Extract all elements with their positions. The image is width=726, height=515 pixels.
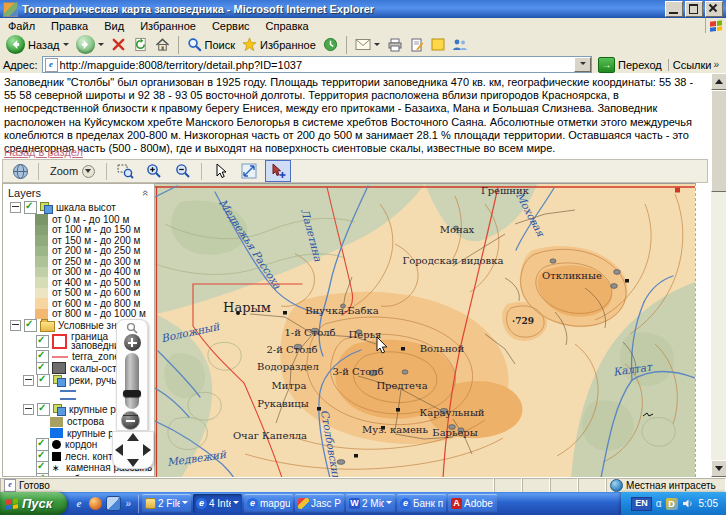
map-label: Муз. камень [362, 424, 429, 435]
back-button[interactable]: Назад [4, 34, 71, 55]
pan-right-icon[interactable] [143, 444, 151, 456]
taskbar-button[interactable]: W2 Microsoft... [346, 494, 395, 513]
pointer-tool-button[interactable] [207, 160, 233, 182]
taskbar-button[interactable]: 2 File and ... [142, 494, 191, 513]
zoom-slider[interactable] [116, 319, 148, 431]
taskbar-button[interactable]: e4 Interne... [193, 494, 242, 513]
chevron-down-icon [82, 165, 95, 178]
search-button[interactable]: Поиск [185, 34, 237, 55]
tray-d-icon[interactable]: D [666, 498, 678, 510]
discuss-button[interactable] [429, 34, 447, 55]
taskbar-button[interactable]: Jasc Paint S... [295, 494, 344, 513]
map-canvas[interactable]: ГрешникМонахГородская видовкаОткликные·7… [155, 183, 695, 477]
refresh-button[interactable] [131, 34, 150, 55]
gray-fill-swatch [52, 362, 66, 374]
taskbar-button[interactable]: AAdobe Read... [448, 494, 497, 513]
pan-down-icon[interactable] [127, 459, 139, 467]
tree-collapse-icon[interactable] [23, 404, 34, 415]
layer-checkbox[interactable] [24, 319, 37, 332]
page-scrollbar[interactable] [711, 73, 726, 477]
favorites-button[interactable]: Избранное [240, 34, 318, 55]
show-desktop-icon[interactable] [106, 496, 121, 511]
menu-item[interactable]: Избранное [132, 20, 204, 32]
tray-app-icon[interactable]: α [656, 498, 662, 509]
scroll-up-button[interactable] [711, 73, 726, 90]
zoom-slider-track[interactable] [125, 353, 139, 409]
taskbar-button[interactable]: emapguide - ... [244, 494, 293, 513]
layer-row: от 400 м - до 500 м [3, 277, 154, 288]
address-dropdown-button[interactable] [574, 57, 591, 72]
language-indicator[interactable]: EN [631, 497, 652, 511]
pan-control[interactable] [112, 431, 154, 469]
zoom-in-button[interactable] [141, 160, 167, 182]
address-label: Адрес: [3, 59, 38, 71]
start-button[interactable]: Пуск [0, 492, 67, 515]
overview-button[interactable] [7, 160, 33, 182]
slider-zoom-out-button[interactable] [121, 411, 140, 430]
address-bar: Адрес: e → Переход Ссылки [0, 56, 726, 74]
divider [106, 163, 107, 180]
slider-zoom-in-button[interactable] [124, 334, 141, 351]
system-tray: EN α D 5:05 [621, 492, 726, 515]
quicklaunch-more-icon[interactable]: » [125, 498, 131, 509]
zoom-menu-button[interactable]: Zoom [44, 160, 101, 182]
tree-collapse-icon[interactable] [23, 375, 34, 386]
menu-item[interactable]: Правка [43, 20, 96, 32]
map-widget: Zoom [2, 159, 708, 477]
messenger-button[interactable] [450, 34, 470, 55]
minimize-button[interactable] [665, 1, 683, 17]
back-to-section-link[interactable]: Назад в раздел [4, 146, 83, 158]
tree-collapse-icon[interactable] [10, 202, 21, 213]
globe-icon [12, 163, 29, 180]
zoom-box-button[interactable] [112, 160, 138, 182]
address-input[interactable] [60, 58, 574, 71]
collapse-panel-icon[interactable]: « [140, 189, 152, 195]
map-toolbar: Zoom [2, 159, 708, 183]
tree-collapse-icon[interactable] [10, 320, 21, 331]
taskbar-button[interactable]: eБанк прост... [397, 494, 446, 513]
map-label: 2-й Столб [266, 344, 317, 355]
map-image[interactable]: ГрешникМонахГородская видовкаОткликные·7… [155, 184, 695, 477]
pointer-icon [213, 163, 227, 179]
menu-item[interactable]: Сервис [204, 20, 258, 32]
screen: Топографическая карта заповедника - Micr… [0, 0, 726, 515]
forward-button[interactable] [74, 34, 106, 55]
mail-button[interactable] [353, 34, 382, 55]
adobe-icon: A [451, 498, 462, 509]
edit-button[interactable] [408, 34, 426, 55]
black-square-swatch [52, 452, 61, 461]
layer-checkbox[interactable] [37, 374, 50, 387]
menu-item[interactable]: Вид [96, 20, 132, 32]
home-button[interactable] [153, 34, 172, 55]
menu-item[interactable]: Справка [258, 20, 317, 32]
scroll-thumb[interactable] [711, 90, 726, 192]
layer-checkbox[interactable] [37, 403, 50, 416]
close-button[interactable] [705, 1, 723, 17]
pan-tool-button[interactable] [236, 160, 262, 182]
history-button[interactable] [321, 34, 340, 55]
ie-quicklaunch-icon[interactable]: e [72, 497, 85, 510]
layer-checkbox[interactable] [24, 201, 37, 214]
go-button[interactable]: → Переход [596, 57, 664, 73]
scroll-down-button[interactable] [711, 460, 726, 477]
status-pane [522, 478, 550, 493]
links-button[interactable]: Ссылки [668, 59, 723, 71]
chevron-down-icon [386, 501, 392, 507]
forward-icon [76, 35, 95, 54]
chevron-down-icon [98, 43, 104, 49]
media-player-icon[interactable] [89, 497, 102, 510]
restore-button[interactable] [685, 1, 703, 17]
pan-up-icon[interactable] [127, 433, 139, 441]
menu-item[interactable]: Файл [0, 20, 43, 32]
zoom-slider-thumb[interactable] [123, 390, 141, 397]
layer-checkbox[interactable] [36, 335, 49, 348]
elevation-swatch [35, 309, 48, 320]
zoom-out-button[interactable] [170, 160, 196, 182]
chevron-down-icon [63, 43, 69, 49]
print-button[interactable] [385, 34, 405, 55]
stop-button[interactable] [109, 34, 128, 55]
volume-icon[interactable] [682, 498, 693, 509]
map-label: Водораздел [257, 361, 319, 372]
select-tool-button[interactable] [265, 160, 291, 182]
pan-left-icon[interactable] [115, 444, 123, 456]
